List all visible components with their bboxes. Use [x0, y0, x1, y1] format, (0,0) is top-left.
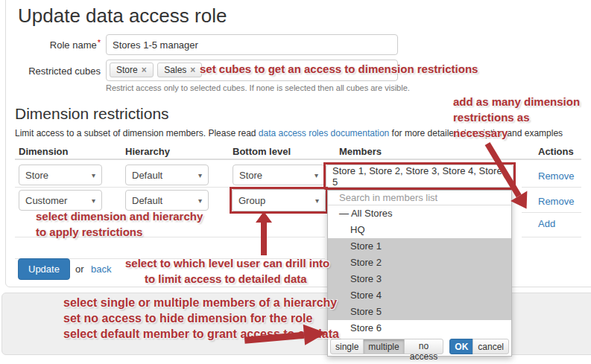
- hierarchy-select-row1[interactable]: Default▾: [125, 165, 209, 185]
- member-item-selected[interactable]: Store 3: [328, 271, 511, 287]
- or-text: or: [75, 264, 84, 275]
- members-dropdown-panel: — All Stores HQ Store 1 Store 2 Store 3 …: [327, 190, 512, 357]
- row-divider: [522, 187, 581, 188]
- annotation-cubes: set cubes to get an access to dimension …: [200, 61, 478, 77]
- member-item[interactable]: HQ: [328, 222, 511, 238]
- role-name-input[interactable]: [106, 34, 398, 55]
- member-item-selected[interactable]: Store 4: [328, 287, 511, 304]
- caret-down-icon: ▾: [92, 197, 95, 205]
- annotation-level: select to which level user can drill int…: [125, 255, 329, 287]
- cubes-help-text: Restrict access only to selected cubes. …: [106, 83, 410, 92]
- restricted-cubes-label: Restricted cubes: [0, 66, 101, 77]
- section-title: Dimension restrictions: [15, 105, 169, 123]
- caret-down-icon: ▾: [315, 171, 318, 179]
- member-item-selected[interactable]: Store 2: [328, 255, 511, 271]
- column-header-actions: Actions: [538, 146, 574, 157]
- annotation-add: add as many dimension restrictions as ne…: [453, 94, 580, 141]
- dimension-select-row2[interactable]: Customer▾: [19, 190, 102, 211]
- remove-row1-link[interactable]: Remove: [538, 170, 574, 182]
- dimension-select-row1[interactable]: Store▾: [19, 165, 102, 185]
- bottom-level-highlight-box: Group▾: [230, 187, 328, 214]
- add-restriction-link[interactable]: Add: [538, 218, 555, 229]
- member-item-selected[interactable]: Store 5: [328, 304, 511, 320]
- row-divider: [522, 237, 581, 237]
- multiple-mode-button[interactable]: multiple: [363, 339, 404, 354]
- ok-button[interactable]: OK: [449, 339, 473, 354]
- caret-down-icon: ▾: [198, 197, 202, 205]
- members-dropdown-trigger[interactable]: Store 1, Store 2, Store 3, Store 4, Stor…: [326, 165, 513, 188]
- documentation-link[interactable]: data access roles documentation: [259, 128, 389, 138]
- annotation-dimension: select dimension and hierarchy to apply …: [36, 208, 203, 240]
- hierarchy-select-row2[interactable]: Default▾: [125, 190, 209, 211]
- remove-row2-link[interactable]: Remove: [538, 196, 574, 207]
- column-header-members: Members: [339, 146, 382, 157]
- members-search-input[interactable]: [328, 191, 511, 205]
- member-item[interactable]: Store 6: [328, 320, 511, 336]
- page: Update data access role Role name* Restr…: [0, 0, 591, 364]
- back-link[interactable]: back: [91, 264, 111, 275]
- member-item-all-stores[interactable]: — All Stores: [328, 205, 511, 222]
- column-header-dimension: Dimension: [19, 146, 68, 157]
- remove-tag-icon[interactable]: ×: [142, 65, 147, 75]
- page-title: Update data access role: [18, 4, 227, 28]
- cancel-button[interactable]: cancel: [473, 339, 509, 354]
- caret-down-icon: ▾: [198, 171, 202, 179]
- caret-down-icon: ▾: [92, 171, 95, 179]
- cube-tag: Sales×: [157, 63, 202, 77]
- role-name-label: Role name*: [0, 39, 101, 51]
- cube-tag: Store×: [110, 63, 154, 77]
- bottom-level-select-row1[interactable]: Store▾: [233, 165, 325, 185]
- bottom-level-select-row2[interactable]: Group▾: [232, 189, 326, 211]
- column-header-bottom-level: Bottom level: [233, 146, 291, 157]
- member-item-selected[interactable]: Store 1: [328, 238, 511, 255]
- remove-tag-icon[interactable]: ×: [190, 65, 195, 75]
- required-asterisk: *: [98, 38, 101, 47]
- members-highlight-box: Store 1, Store 2, Store 3, Store 4, Stor…: [323, 162, 516, 190]
- column-header-hierarchy: Hierarchy: [125, 146, 170, 157]
- caret-down-icon: ▾: [315, 197, 319, 205]
- annotation-arrow-up-shaft: [261, 221, 267, 255]
- members-dropdown-footer: single multiple no access OK cancel: [328, 336, 511, 356]
- no-access-mode-button[interactable]: no access: [404, 339, 444, 354]
- row-divider: [522, 212, 581, 213]
- update-button[interactable]: Update: [18, 258, 70, 280]
- collapse-icon[interactable]: —: [339, 208, 349, 219]
